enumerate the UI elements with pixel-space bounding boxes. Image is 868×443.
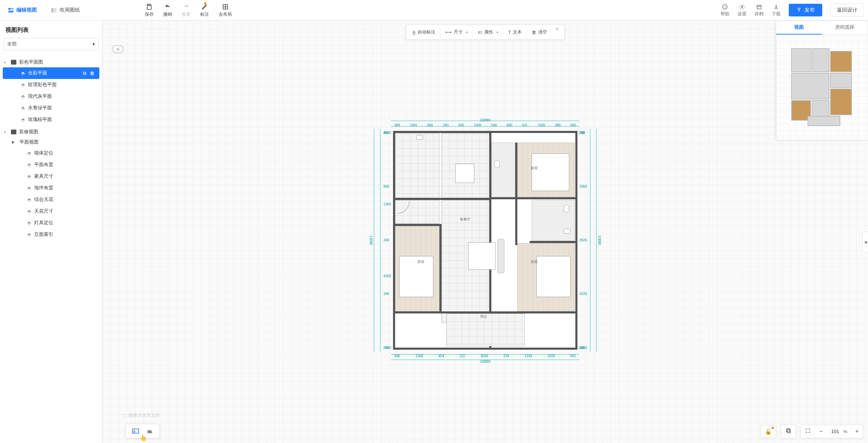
annotate-button[interactable]: 标注: [200, 3, 209, 17]
clear-button[interactable]: 🗑清空: [527, 26, 552, 38]
svg-rect-1: [11, 8, 14, 10]
tree-group-header[interactable]: ▾ 装修视图: [3, 127, 99, 137]
zoom-out-button[interactable]: −: [815, 425, 827, 438]
sofa: [498, 239, 504, 273]
filter-select[interactable]: 全部 ▾: [3, 38, 99, 50]
publish-button[interactable]: 发布: [789, 4, 822, 16]
item-label: 天花尺寸: [34, 208, 53, 214]
link-icon: ⬘: [27, 220, 31, 225]
main: 视图列表 全部 ▾ ▾ 彩色平面图 ⬘ 全彩平面 ⧉ �: [0, 21, 868, 443]
link-status-badge[interactable]: ⬘: [112, 45, 124, 53]
canvas[interactable]: A̲自动标注 ⟷尺寸 🏷属性 T文本 🗑清空 ✕ ⬘ 10880 10880: [102, 21, 868, 443]
tree-item-full-color[interactable]: ⬘ 全彩平面 ⧉ 🗑: [3, 67, 99, 79]
tree-item-aqua-green[interactable]: ⬘水青绿平面: [3, 102, 99, 114]
layers-button[interactable]: [781, 425, 796, 438]
close-toolbar-button[interactable]: ✕: [552, 26, 563, 32]
puzzle-button[interactable]: [146, 428, 154, 434]
kitchen-sink: [416, 135, 423, 140]
settings-button[interactable]: 设置: [738, 3, 746, 17]
help-button[interactable]: ? 帮助: [720, 3, 729, 17]
save-icon: [145, 3, 153, 11]
tree-item-light-position[interactable]: ⬘灯具定位: [3, 217, 99, 229]
preview-tab-view[interactable]: 视图: [776, 21, 822, 35]
tab-edit-view-label: 编辑视图: [16, 7, 37, 13]
gear-icon: [739, 3, 745, 10]
link-icon: ⬘: [20, 71, 25, 76]
preview-body[interactable]: [776, 35, 868, 140]
tree-group-color-plan: ▾ 彩色平面图 ⬘ 全彩平面 ⧉ 🗑 ⬘纹理彩色平面 ⬘现代灰平面 ⬘水青绿平面…: [3, 57, 99, 125]
tree-subgroup-plan-views[interactable]: ▾ 平面视图: [3, 137, 99, 147]
notification-dot: [204, 2, 206, 4]
lock-button[interactable]: 🔓: [760, 425, 776, 438]
tree-item-ceiling-dim[interactable]: ⬘天花尺寸: [3, 205, 99, 217]
redo-label: 恢复: [182, 11, 191, 17]
dimension-button[interactable]: ⟷尺寸: [440, 26, 473, 38]
header-left: 编辑视图 布局图纸: [4, 5, 83, 16]
back-label: 返回设计: [837, 7, 857, 13]
tree-group-header[interactable]: ▾ 彩色平面图: [3, 57, 99, 67]
redo-button[interactable]: 恢复: [182, 3, 191, 17]
zoom-in-button[interactable]: +: [851, 425, 863, 438]
duplicate-icon[interactable]: ⧉: [83, 70, 86, 76]
archive-button[interactable]: 存档: [755, 3, 764, 17]
tree-item-plan-layout[interactable]: ⬘平面布置: [3, 159, 99, 171]
svg-rect-11: [132, 429, 139, 433]
toilet-icon: [494, 160, 500, 168]
fit-screen-button[interactable]: [801, 425, 815, 438]
undo-button[interactable]: 撤销: [163, 3, 172, 17]
item-label: 灯具定位: [34, 220, 53, 226]
room-label-living: 客餐厅: [460, 217, 470, 222]
tab-layout-drawing[interactable]: 布局图纸: [47, 5, 83, 16]
svg-rect-4: [54, 8, 57, 12]
collapse-right-handle[interactable]: ◀: [863, 232, 868, 252]
text-button[interactable]: T文本: [503, 26, 527, 38]
tree-item-wall-position[interactable]: ⬘墙体定位: [3, 147, 99, 159]
drag-handle-icon[interactable]: ⋮⋮: [777, 24, 781, 28]
tree-item-texture-color[interactable]: ⬘纹理彩色平面: [3, 79, 99, 91]
layout-drawing-icon: [51, 7, 57, 14]
tree-item-rose-brown[interactable]: ⬘玫瑰棕平面: [3, 114, 99, 125]
save-button[interactable]: 保存: [145, 3, 154, 17]
goto-layout-label: 去布局: [219, 11, 232, 17]
tree-item-modern-gray[interactable]: ⬘现代灰平面: [3, 91, 99, 102]
svg-rect-2: [9, 10, 14, 12]
tree-item-ceiling[interactable]: ⬘综合天花: [3, 194, 99, 205]
header-center-toolbar: 保存 撤销 恢复 标注 去布局: [145, 3, 232, 17]
download-button[interactable]: 下载: [772, 3, 781, 17]
floorplan[interactable]: 10880 10880 13060 13060 9091081800290935…: [393, 131, 577, 350]
item-label: 现代灰平面: [28, 93, 52, 99]
svg-point-9: [741, 6, 743, 8]
view-tree[interactable]: ▾ 彩色平面图 ⬘ 全彩平面 ⧉ 🗑 ⬘纹理彩色平面 ⬘现代灰平面 ⬘水青绿平面…: [0, 54, 102, 443]
canvas-bottom-tools: [126, 424, 160, 438]
tree-item-furniture-dim[interactable]: ⬘家具尺寸: [3, 171, 99, 182]
auto-annotate-button[interactable]: A̲自动标注: [408, 26, 440, 38]
attribute-button[interactable]: 🏷属性: [473, 26, 503, 38]
dining-table: [455, 164, 474, 183]
color-legend-button[interactable]: [131, 428, 140, 434]
dimension-label: 尺寸: [454, 29, 463, 35]
tag-icon: 🏷: [478, 30, 482, 35]
item-label: 全彩平面: [28, 70, 47, 76]
tree-item-floor-layout[interactable]: ⬘地坪布置: [3, 182, 99, 194]
link-icon: ⬘: [20, 117, 25, 122]
plan-body: 卧室 客餐厅: [393, 131, 577, 350]
link-icon: ⬘: [27, 197, 31, 202]
download-label: 下载: [772, 11, 781, 17]
bed: [532, 153, 569, 191]
tree-item-elevation-index[interactable]: ⬘立面索引: [3, 229, 99, 240]
tab-edit-view[interactable]: 编辑视图: [4, 5, 40, 16]
trash-icon: 🗑: [532, 30, 536, 35]
link-icon: ⬘: [27, 174, 31, 179]
delete-icon[interactable]: 🗑: [90, 70, 95, 76]
goto-layout-button[interactable]: 去布局: [219, 3, 232, 17]
folder-icon: [11, 60, 16, 65]
preview-tab-room[interactable]: 房间选择: [822, 21, 868, 35]
back-to-design-button[interactable]: 返回设计: [830, 3, 864, 17]
link-icon: ⬘: [20, 106, 25, 110]
dim-col-left-inner: 240800240240800: [383, 131, 392, 350]
link-icon: ⬘: [27, 232, 31, 237]
notification-dot: [772, 427, 774, 429]
caret-icon: ▾: [4, 61, 8, 64]
redo-icon: [182, 3, 190, 11]
room-label-balcony: 阳台: [480, 314, 487, 319]
